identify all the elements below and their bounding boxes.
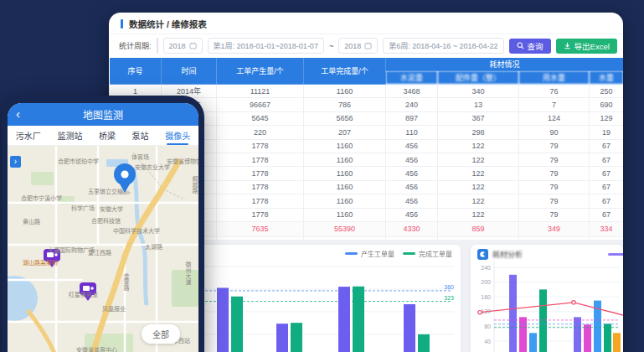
phone-mockup: ‹ 地图监测 污水厂监测站桥梁泵站摄像头 xyxy=(2,96,204,352)
breadcrumb: 数据统计 / 维修报表 xyxy=(109,13,623,34)
period-label: 统计周期: xyxy=(119,40,152,51)
table-cell: 79 xyxy=(519,167,590,180)
table-column-header: 序号 xyxy=(110,58,162,85)
week-from-input[interactable]: 第1周: 2018-01-01~2018-01-07 xyxy=(208,38,324,54)
table-cell: 240 xyxy=(386,98,438,111)
table-cell: 220 xyxy=(217,126,304,139)
table-cell: 76 xyxy=(519,85,590,98)
table-cell: 1160 xyxy=(304,85,386,98)
pie-chart-icon xyxy=(477,249,488,260)
week-to-value: 第6周: 2018-04-16 ~ 2018-04-22 xyxy=(389,40,497,51)
table-cell: 67 xyxy=(590,139,624,153)
svg-text:323: 323 xyxy=(444,295,454,301)
year-to-select[interactable]: 2018 xyxy=(338,38,378,54)
table-cell: 11121 xyxy=(217,85,304,98)
phone-tab[interactable]: 监测站 xyxy=(55,126,84,145)
expand-panel-button[interactable]: › xyxy=(10,156,21,168)
phone-tab[interactable]: 桥梁 xyxy=(97,126,117,145)
table-cell: 122 xyxy=(438,194,519,208)
phone-tab[interactable]: 污水厂 xyxy=(14,126,43,145)
svg-text:240: 240 xyxy=(481,265,491,271)
filter-bar: 统计周期: 年季月周日 2018 第1周: 2018-01-01~2018-01… xyxy=(109,34,623,57)
table-cell: 122 xyxy=(438,153,519,166)
table-cell: 79 xyxy=(519,180,590,194)
table-cell: 456 xyxy=(386,167,438,180)
phone-screen: ‹ 地图监测 污水厂监测站桥梁泵站摄像头 xyxy=(8,103,198,352)
phone-tab[interactable]: 摄像头 xyxy=(163,126,192,145)
map-poi-label: 合肥科技馆 xyxy=(91,216,121,225)
range-separator: ~ xyxy=(329,42,333,50)
table-cell: 79 xyxy=(519,139,590,153)
phone-header: ‹ 地图监测 xyxy=(8,103,198,126)
table-cell: 79 xyxy=(519,194,590,208)
table-cell: 1160 xyxy=(304,167,386,180)
table-cell: 122 xyxy=(438,180,519,194)
table-cell: 124 xyxy=(519,111,590,125)
table-cell: 1778 xyxy=(217,208,304,221)
phone-tab[interactable]: 泵站 xyxy=(131,126,151,145)
search-button[interactable]: 查询 xyxy=(509,39,551,54)
map-poi-label: 金寨路 xyxy=(121,273,130,291)
total-cell: 349 xyxy=(519,221,590,236)
map-poi-label: 安徽大学 xyxy=(100,204,123,213)
table-cell: 690 xyxy=(590,98,624,111)
table-sub-header: 配件量（整） xyxy=(438,71,519,85)
legend-dash-icon xyxy=(403,252,415,255)
map-poi-label: 桐城路 xyxy=(190,176,198,194)
table-cell: 79 xyxy=(519,208,590,221)
table-cell: 1160 xyxy=(304,194,386,208)
legend-item[interactable]: 完成工单量 xyxy=(403,249,452,258)
table-column-header: 工单产生量/个 xyxy=(217,58,304,85)
total-cell: 4330 xyxy=(386,221,438,236)
legend-label: 完成工单量 xyxy=(419,249,452,258)
period-segmented-control: 年季月周日 xyxy=(157,38,158,54)
consumable-combo-chart: 2402001601208040 xyxy=(471,245,623,352)
table-cell: 897 xyxy=(386,111,438,125)
table-cell: 13 xyxy=(438,98,519,111)
year-from-select[interactable]: 2018 xyxy=(163,38,203,54)
table-cell: 1778 xyxy=(217,153,304,166)
all-filter-button[interactable]: 全部 xyxy=(142,324,180,344)
back-icon[interactable]: ‹ xyxy=(16,107,20,120)
year-from-value: 2018 xyxy=(169,42,186,50)
period-segment[interactable]: 年 xyxy=(157,39,158,53)
breadcrumb-text: 数据统计 / 维修报表 xyxy=(129,18,207,30)
table-cell: 786 xyxy=(304,98,386,111)
table-cell: 96667 xyxy=(217,98,304,111)
table-cell: 5645 xyxy=(217,111,304,125)
table-cell: 367 xyxy=(438,111,519,125)
total-cell: 859 xyxy=(438,221,519,236)
table-cell: 1778 xyxy=(217,180,304,194)
legend-item[interactable]: 产生工单量 xyxy=(345,249,394,258)
map-poi-label: 五里墩立交桥 xyxy=(88,187,123,195)
map-poi-label: 红星美凯龙 xyxy=(69,290,98,298)
map-poi-label: 安徽省体育中心 xyxy=(76,345,117,352)
table-cell: 122 xyxy=(438,208,519,221)
table-cell: 67 xyxy=(590,167,624,180)
week-from-value: 第1周: 2018-01-01~2018-01-07 xyxy=(214,40,318,51)
table-sub-header: 水泥量 xyxy=(386,71,438,85)
svg-text:40: 40 xyxy=(484,339,491,344)
week-to-input[interactable]: 第6周: 2018-04-16 ~ 2018-04-22 xyxy=(383,38,503,54)
chart-legend: 产生工单量完成工单量 xyxy=(345,249,452,258)
table-cell: 1778 xyxy=(217,194,304,208)
map-view[interactable]: › 全部 合肥市琥珀中学体育场安徽农业大学安徽省博物馆桐城路五里墩立交桥合肥市宁… xyxy=(8,146,198,352)
legend-label: 产生工单量 xyxy=(361,249,394,258)
map-poi-label: 体育场 xyxy=(131,153,149,161)
table-cell: 67 xyxy=(590,153,624,166)
map-poi-label: 合肥市宁溪小学 xyxy=(21,194,62,202)
consumable-chart-card: 耗材分析 2402001601208040 xyxy=(471,245,623,352)
search-icon xyxy=(517,42,524,49)
table-cell: 1160 xyxy=(304,208,386,221)
map-poi-label: 望江西路 xyxy=(88,248,111,256)
table-cell: 3468 xyxy=(386,85,438,98)
table-cell: 129 xyxy=(590,111,624,125)
table-cell: 90 xyxy=(519,126,590,139)
map-poi-label: 合肥市琥珀中学 xyxy=(58,157,99,165)
table-sub-header: 用水量 xyxy=(519,71,590,85)
export-excel-button[interactable]: 导出Excel xyxy=(556,39,617,54)
svg-text:360: 360 xyxy=(444,284,454,290)
table-column-header: 时间 xyxy=(162,58,217,85)
table-cell: 250 xyxy=(590,85,624,98)
table-cell: 207 xyxy=(304,126,386,139)
